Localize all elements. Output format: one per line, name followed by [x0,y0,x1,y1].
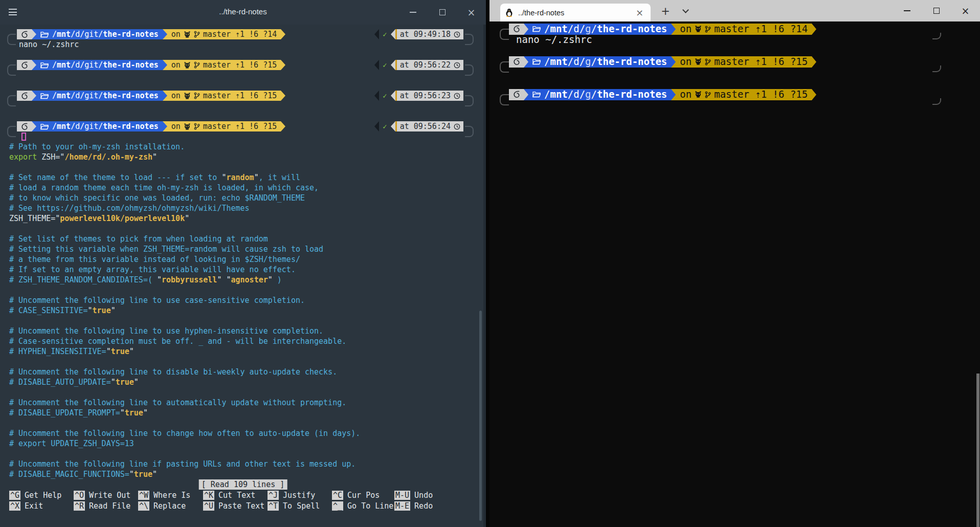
prompt-segment-shell [17,29,32,39]
editor-line [9,285,481,295]
left-window-edge [483,25,486,527]
nano-shortcut: ^XExit [9,501,61,511]
powerline-arrow [163,91,167,101]
folder-icon [532,26,541,32]
prompt-segment-git: onmaster ⇡1 !6 ?15 [676,89,812,100]
editor-line [9,224,481,234]
editor-line: # Path to your oh-my-zsh installation. [9,142,481,152]
shell-icon [21,92,28,100]
prompt-segment-shell [509,89,524,100]
editor-line [9,162,481,172]
right-terminal-content[interactable]: /mnt/d/g/the-rd-notesonmaster ⇡1 !6 ?14n… [489,21,980,527]
editor-line: # Setting this variable when ZSH_THEME=r… [9,244,481,254]
shortcut-label: Redo [414,501,433,511]
right-terminal-window: ../the-rd-notes × + × /mnt/d/g/the-rd-no… [489,0,980,527]
close-button[interactable]: × [951,0,980,21]
git-on-label: on [171,91,181,101]
shortcut-key: ^T [268,501,279,511]
maximize-button[interactable] [428,0,457,25]
editor-line: # Uncomment the following line to automa… [9,398,481,408]
prompt-block: /mnt/d/g/the-rd-notesonmaster ⇡1 !6 ?15 [489,56,980,78]
git-branch-icon [194,123,200,130]
editor-line [9,357,481,367]
path-part: g [585,23,591,34]
close-button[interactable]: × [457,0,486,25]
prompt-segment-shell [509,56,524,68]
prompt-block: /mnt/d/git/the-rd-notesonmaster ⇡1 !6 ?1… [0,29,486,50]
nano-shortcut: ^GGet Help [9,490,61,500]
exit-status-check-icon: ✓ [383,121,387,131]
shortcut-label: Write Out [89,490,130,500]
prompt-line: /mnt/d/g/the-rd-notesonmaster ⇡1 !6 ?14 [489,24,980,34]
prompt-segment-path: /mnt/d/git/the-rd-notes [36,121,163,131]
editor-line [9,449,481,459]
editor-line: # HYPHEN_INSENSITIVE="true" [9,346,481,357]
command-line [489,100,980,111]
tab-dropdown-button[interactable] [679,7,692,17]
shortcut-key: ^X [9,501,20,511]
maximize-button[interactable] [922,0,951,21]
shortcut-key: M-E [394,501,410,511]
git-on-label: on [171,121,181,131]
prompt-line: /mnt/d/git/the-rd-notesonmaster ⇡1 !6 ?1… [0,121,486,131]
shortcut-label: Read File [89,501,130,511]
git-on-label: on [171,29,181,39]
clock-icon [454,31,460,38]
nano-status-message: [ Read 109 lines ] [199,479,287,490]
clock-icon [454,62,460,69]
path-part: the-rd-notes [103,91,158,100]
tab-close-button[interactable]: × [634,8,645,17]
path-part: mnt [550,89,567,100]
right-titlebar[interactable]: ../the-rd-notes × + × [489,0,980,21]
left-terminal-content[interactable]: /mnt/d/git/the-rd-notesonmaster ⇡1 !6 ?1… [0,25,486,527]
minimize-button[interactable] [893,0,922,21]
nano-shortcut: ^OWrite Out [74,490,130,500]
minimize-button[interactable] [398,0,428,25]
path-part: the-rd-notes [597,89,667,100]
git-branch-name: master ⇡1 !6 ?15 [203,91,277,101]
shell-icon [21,61,28,69]
nano-shortcut: M-ERedo [394,501,433,511]
prompt-segment-path: /mnt/d/g/the-rd-notes [528,89,671,100]
path-part: /d/git/ [71,60,103,70]
prompt-line: /mnt/d/g/the-rd-notesonmaster ⇡1 !6 ?15 [489,89,980,100]
shortcut-label: Cut Text [218,490,255,500]
left-scrollbar-thumb[interactable] [479,311,482,521]
right-scrollbar-thumb[interactable] [976,374,979,527]
path-part: the-rd-notes [103,60,158,70]
nano-shortcut-column: ^JJustify^TTo Spell [268,490,320,512]
path-part: / [544,23,550,34]
editor-line: # export UPDATE_ZSH_DAYS=13 [9,438,481,449]
editor-line: # ZSH_THEME_RANDOM_CANDIDATES=( "robbyru… [9,275,481,285]
right-prompt: ✓at 09:56:23 [374,91,463,101]
powerline-arrow [391,60,395,70]
powerline-arrow [524,56,528,68]
editor-line: # Uncomment the following line to change… [9,428,481,438]
powerline-arrow [32,60,36,70]
path-part: g [585,89,591,100]
git-branch-name: master ⇡1 !6 ?15 [203,60,277,70]
terminal-tab[interactable]: ../the-rd-notes × [500,4,651,21]
editor-line: # DISABLE_UPDATE_PROMPT="true" [9,408,481,418]
path-part: / [52,60,57,70]
left-titlebar[interactable]: ../the-rd-notes × [0,0,486,25]
right-prompt: ✓at 09:49:18 [374,29,463,39]
new-tab-button[interactable]: + [656,3,675,19]
path-part: /d/git/ [71,30,103,39]
path-part: / [52,91,57,100]
git-on-label: on [171,60,181,70]
clock-icon [454,93,460,99]
exit-status-check-icon: ✓ [383,91,387,101]
powerline-arrow [163,60,167,70]
path-part: / [591,89,597,100]
folder-icon [40,123,49,130]
nano-shortcut: ^KCut Text [203,490,264,500]
prompt-segment-shell [17,60,32,70]
command-line [0,101,486,111]
shortcut-label: Where Is [153,490,190,500]
prompt-segment-git: onmaster ⇡1 !6 ?14 [167,29,281,39]
powerline-arrow [812,89,816,100]
path-part: / [52,122,57,131]
shell-icon [21,31,28,38]
powerline-arrow [391,91,395,101]
